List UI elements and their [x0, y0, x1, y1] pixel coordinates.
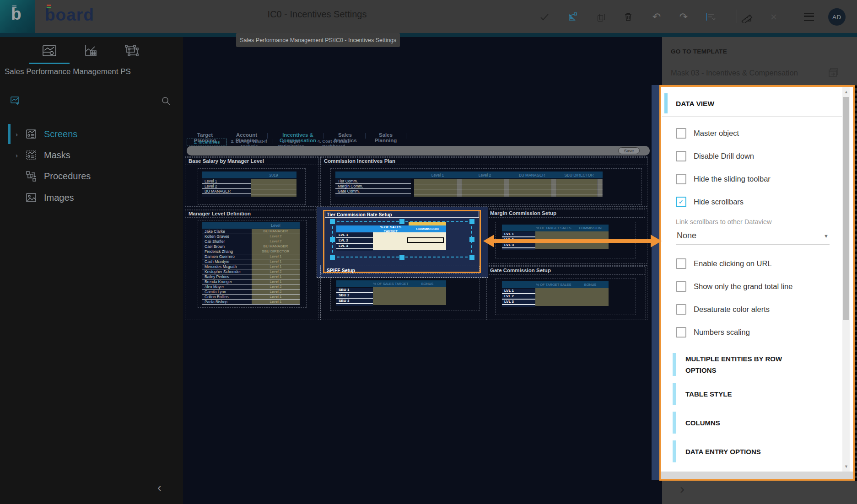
board-logo-tile[interactable]: b	[0, 0, 35, 33]
manager-level: Level 1	[252, 264, 300, 269]
sidebar-item-screens[interactable]: › Screens	[0, 123, 183, 145]
table-row[interactable]: Camila Lynn Level 2	[202, 290, 300, 295]
table-row[interactable]: Brenda Krueger Level 1	[202, 279, 300, 284]
scroll-up-icon[interactable]: ▲	[844, 90, 848, 94]
tab-screens-designer[interactable]	[42, 44, 57, 58]
align-options-icon[interactable]	[704, 10, 717, 24]
table-row[interactable]: Damien Guerrero Level 1	[202, 254, 300, 259]
menu-icon[interactable]	[802, 10, 816, 24]
checkbox-icon[interactable]: ✓	[676, 258, 686, 269]
resize-handle-w[interactable]	[330, 237, 335, 242]
chevron-down-icon[interactable]: ▼	[824, 233, 829, 239]
resize-handle-ne[interactable]	[469, 219, 474, 224]
resize-handle-sw[interactable]	[330, 255, 335, 260]
table-row[interactable]: Paola Bishop Level 1	[202, 300, 300, 305]
section-header[interactable]: DATA ENTRY OPTIONS	[673, 440, 842, 462]
table-row[interactable]: Kolten Graves Level 2	[202, 234, 300, 239]
table-row[interactable]: Alex Mayer Level 2	[202, 284, 300, 290]
resize-handle-se[interactable]	[469, 255, 474, 260]
resize-handle-nw[interactable]	[330, 219, 335, 224]
row-label-partial	[335, 194, 411, 197]
copy-icon[interactable]	[593, 10, 607, 24]
manager-name: Cael Brown	[202, 244, 252, 249]
redo-icon[interactable]: ↷	[677, 10, 690, 24]
checkbox-icon[interactable]: ✓	[676, 151, 686, 161]
panel-title: SPIFF Setup	[327, 268, 355, 273]
table-row[interactable]: Bailey Perkins Level 1	[202, 274, 300, 279]
add-screen-icon[interactable]	[10, 96, 21, 107]
column-header: Level 1	[414, 173, 461, 177]
value-cells[interactable]	[414, 179, 603, 197]
table-row[interactable]: Colton Rollins Level 1	[202, 295, 300, 300]
checkbox-row[interactable]: ✓ Hide the sliding toolbar	[676, 174, 841, 183]
checkbox-row[interactable]: ✓ Disable Drill down	[676, 151, 841, 161]
save-button[interactable]: Save	[618, 147, 640, 154]
design-ruler-icon[interactable]	[740, 10, 754, 24]
subtab[interactable]: 2. BU Mgr What-If Analysis	[230, 139, 268, 145]
checkbox-row[interactable]: ✓ Desaturate color alerts	[676, 305, 841, 314]
search-icon[interactable]	[161, 96, 171, 106]
table-row[interactable]: Frederick Zhang SBU DIRECTOR	[202, 249, 300, 254]
board-designer-window: b board IC0 - Incentives Settings ↶ ↷	[0, 0, 857, 504]
checkbox-row[interactable]: ✓ Show only the grand total line	[676, 282, 841, 291]
resize-handle-e[interactable]	[469, 237, 474, 242]
sidebar-item-images[interactable]: Images	[0, 187, 183, 208]
table-row[interactable]: Kristopher Schneider Level 2	[202, 269, 300, 274]
vector-design-icon[interactable]	[566, 10, 579, 24]
checkbox-icon[interactable]: ✓	[676, 174, 686, 184]
column-header: COMMISSION	[572, 226, 609, 230]
resize-handle-s[interactable]	[399, 255, 404, 260]
checkbox-icon[interactable]: ✓	[676, 128, 686, 139]
sidebar-item-label: Images	[44, 193, 74, 203]
column-header: 2019	[251, 173, 296, 177]
avatar[interactable]: AD	[828, 8, 846, 26]
open-template-icon[interactable]	[825, 66, 838, 79]
screen-tab[interactable]: Sales Planning	[370, 132, 402, 139]
subtab-active[interactable]: 1. Incentives Settings	[187, 139, 227, 145]
manager-level: Level 1	[252, 295, 300, 299]
panel-expand-chevron[interactable]: ›	[680, 481, 685, 497]
section-header[interactable]: TABLE STYLE	[673, 383, 842, 405]
link-scrollbars-select[interactable]: None	[677, 231, 696, 241]
confirm-check-icon[interactable]	[538, 10, 551, 24]
table-row[interactable]: Mercedes Mcgrath Level 1	[202, 264, 300, 269]
table-row[interactable]: Cash Mcintyre Level 1	[202, 259, 300, 264]
checkbox-icon[interactable]: ✓	[676, 327, 686, 338]
panel-scrollbar-thumb[interactable]	[843, 97, 849, 320]
checkbox-row[interactable]: ✓ Numbers scaling	[676, 327, 841, 337]
checkbox-icon[interactable]: ✓	[676, 281, 686, 292]
checkbox-icon[interactable]: ✓	[676, 304, 686, 315]
chevron-right-icon[interactable]: ›	[16, 130, 22, 138]
sidebar-item-procedures[interactable]: Procedures	[0, 166, 183, 187]
column-header: % OF SALES TARGET	[373, 225, 409, 233]
resize-handle-n[interactable]	[399, 219, 404, 224]
table-row[interactable]: Cael Brown BU MANAGER	[202, 244, 300, 249]
table-row[interactable]: Cali Shaffer Level 2	[202, 239, 300, 244]
checkbox-row[interactable]: ✓ Hide scrollbars	[676, 197, 841, 206]
collapse-sidebar-chevron[interactable]: ‹	[157, 481, 162, 495]
undo-icon[interactable]: ↶	[650, 10, 663, 24]
section-header[interactable]: COLUMNS	[673, 412, 842, 434]
close-icon[interactable]: ✕	[767, 10, 781, 24]
value-cells[interactable]	[251, 179, 296, 197]
tab-separator	[224, 133, 224, 139]
table-row[interactable]: Jake Clarke BU MANAGER	[202, 229, 300, 234]
checkbox-icon[interactable]: ✓	[676, 197, 686, 207]
section-header[interactable]: MULTIPLE ENTITIES BY ROW OPTIONS	[673, 353, 842, 376]
tab-analysis[interactable]	[84, 44, 97, 57]
sidebar-item-masks[interactable]: › Masks	[0, 145, 183, 166]
trash-icon[interactable]	[621, 10, 635, 24]
tab-layout[interactable]	[125, 44, 139, 57]
active-cell[interactable]	[407, 237, 444, 243]
checkbox-row[interactable]: ✓ Master object	[676, 129, 841, 138]
subtab[interactable]: 3. Target Optimization	[275, 139, 307, 145]
checkbox-row[interactable]: ✓ Enable clicking on URL	[676, 259, 841, 268]
scroll-down-icon[interactable]: ▼	[844, 464, 848, 469]
template-name[interactable]: Mask 03 - Incentives & Compensation	[671, 69, 798, 77]
subtab[interactable]: 4. Cost of Sales Dashboard	[315, 139, 352, 145]
row-labels: Tier Comm.Margin Comm.Gate Comm.	[335, 179, 411, 194]
manager-table-rows: Jake Clarke BU MANAGER Kolten Graves Lev…	[202, 229, 300, 305]
chevron-right-icon[interactable]: ›	[16, 151, 22, 159]
board-b-icon: b	[11, 5, 22, 24]
screen-sliding-toolbar[interactable]	[187, 146, 650, 155]
